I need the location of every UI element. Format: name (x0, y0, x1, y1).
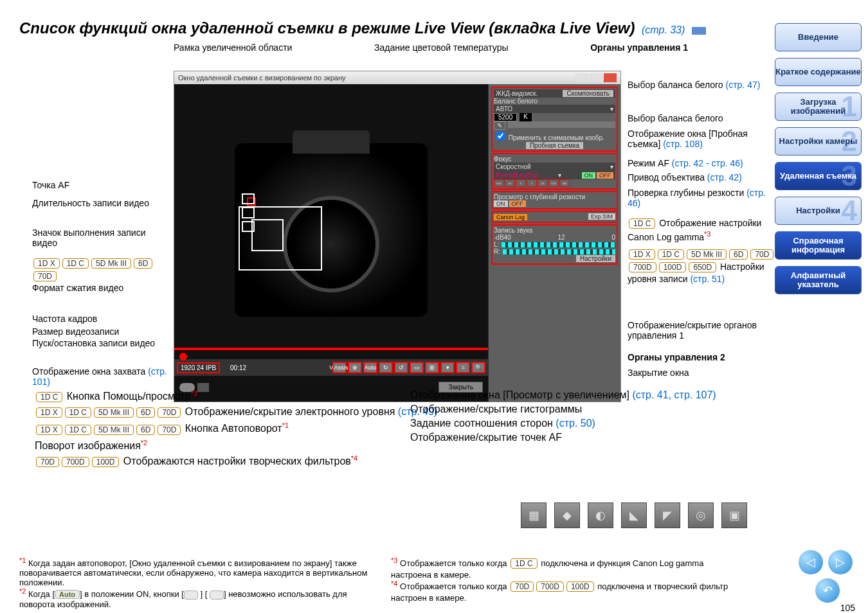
apply-label: Применить к снимаемым изобр. (509, 134, 604, 141)
db-left: -dB40 (494, 234, 511, 241)
filter-icon: ◣ (621, 502, 647, 528)
pager-prev-button[interactable]: ◁ (799, 550, 823, 574)
creative-filter-icons: ▦◆◐◣◤◎▣ (521, 502, 747, 528)
pager: ◁ ▷ (799, 550, 853, 574)
dof-title: Просмотр с глубиной резкости (494, 193, 585, 200)
callout-mid: Отображение/скрытие гистограммы (410, 404, 770, 415)
record-button[interactable] (179, 353, 187, 360)
page-title: Список функций окна удаленной съемки в р… (19, 19, 858, 37)
callout-right: Закрытие окна (628, 368, 775, 378)
sound-title: Запись звука (494, 227, 615, 234)
viewer-toolbar: V.Assist⊕Auto↻↺▭⊞▾⌗🔍 (332, 362, 485, 373)
footnote-4: Отображается только когда 70D700D100D по… (391, 582, 728, 603)
pager-return-button[interactable]: ↶ (815, 578, 840, 603)
callout-right: Выбор баланса белого (628, 113, 775, 123)
callout-left: Значок выполнения записи видео (32, 227, 171, 248)
kelvin-value[interactable]: 5200 (494, 113, 517, 121)
controls-panel-1: ЖКД-видоиск.Скомпоновать Баланс белого А… (488, 84, 620, 402)
callout-right: Привод объектива (стр. 42) (628, 172, 775, 182)
top-labels: Рамка увеличенной области Задание цветов… (174, 42, 688, 53)
af-on-off[interactable]: ONOFF (582, 172, 614, 179)
toolbar-button[interactable]: ⊞ (425, 362, 439, 373)
callout-mid: Отображение/скрытие точек AF (410, 432, 770, 443)
callout-right: Отображение окна [Пробная съемка] (стр. … (628, 129, 775, 149)
callout-right: 1D X1D C5D Mk III6D70D700D100D650D Настр… (628, 248, 775, 284)
footnotes: *1 Когда задан автоповорот, [Окно удален… (19, 556, 746, 609)
title-page-ref[interactable]: (стр. 33) (642, 24, 685, 35)
pager-next-button[interactable]: ▷ (828, 550, 853, 574)
callout-right: Выбор баланса белого (стр. 47) (628, 80, 775, 90)
compose-button[interactable]: Скомпоновать (563, 90, 613, 97)
toolbar-button[interactable]: V.Assist (332, 362, 347, 373)
timecode: 00:12 (230, 364, 246, 371)
label-enlarge-frame: Рамка увеличенной области (174, 42, 292, 53)
filter-icon: ▦ (521, 502, 547, 528)
focus-title: Фокус (494, 155, 615, 163)
toolbar-button[interactable]: ↺ (394, 362, 408, 373)
sidebar-nav: ВведениеКраткое содержаниеЗагрузка изобр… (775, 23, 862, 294)
callout-left: 1D X1D C5D Mk III6D70DФормат сжатия виде… (32, 257, 171, 293)
filter-icon: ◐ (588, 502, 613, 528)
callout-left: Размер видеозаписи (32, 326, 171, 337)
dof-on-off[interactable]: ONOFF (494, 200, 615, 207)
auto-chip-icon: Auto (55, 590, 80, 599)
toolbar-button[interactable]: ▭ (410, 362, 424, 373)
marker-enlarge-inner (251, 219, 284, 251)
canon-log-badge: Canon Log (494, 214, 527, 220)
sidebar-item[interactable]: Введение (775, 23, 862, 51)
callout-left: Частота кадров (32, 314, 171, 324)
af-manual-label[interactable]: Ручной выбор (496, 172, 538, 179)
toolbar-button[interactable]: Auto (363, 362, 377, 373)
callout-left: Отображение окна захвата (стр. 101) (32, 366, 171, 387)
window-controls[interactable] (575, 73, 617, 82)
toolbar-button[interactable]: ▾ (440, 362, 455, 373)
db-right: 0 (611, 234, 615, 241)
sidebar-item[interactable]: Настройки4 (775, 197, 862, 225)
toolbar-button[interactable]: ⌗ (456, 362, 470, 373)
callout-left: Точка AF (32, 180, 171, 190)
label-controls1: Органы управления 1 (590, 42, 688, 53)
sidebar-item[interactable]: Загрузка изображений1 (775, 93, 862, 121)
toolbar-button[interactable]: ↻ (379, 362, 393, 373)
video-info-bar: 1920 24 IPB 00:12 V.Assist⊕Auto↻↺▭⊞▾⌗🔍 (174, 359, 488, 376)
footnote-2: Когда [Auto] в положении ON, кнопки [ ] … (19, 589, 347, 609)
sidebar-item[interactable]: Справочная информация (775, 231, 862, 260)
remote-live-view-window: Окно удаленной съемки с визированием по … (174, 71, 621, 402)
toolbar-button[interactable]: ⊕ (348, 362, 362, 373)
af-mode-select[interactable]: Скоростной▾ (494, 163, 615, 171)
wb-shift-slider[interactable] (508, 121, 615, 128)
callout-right: Режим AF (стр. 42 - стр. 46) (628, 158, 775, 168)
marker-red-separator (174, 348, 488, 350)
page-number: 105 (840, 603, 855, 613)
filter-icon: ▣ (721, 502, 747, 528)
callout-right: Отображение/скрытие органов управления 1 (628, 320, 775, 341)
filter-icon: ◎ (688, 502, 714, 528)
callout-mid: Отображение окна [Просмотр с увеличением… (410, 389, 770, 401)
kelvin-k-icon: K (520, 113, 532, 121)
live-view-viewport: 1920 24 IPB 00:12 V.Assist⊕Auto↻↺▭⊞▾⌗🔍 З… (174, 84, 488, 402)
title-marker-icon (692, 27, 706, 35)
filter-icon: ◤ (655, 502, 680, 528)
rotate-left-icon (184, 591, 198, 600)
label-color-temp: Задание цветовой температуры (374, 42, 508, 53)
rotate-right-icon (210, 591, 224, 600)
wb-mode-select[interactable]: АВТО▾ (494, 105, 615, 113)
wb-title: Баланс белого (494, 98, 615, 105)
meter-r (503, 249, 615, 254)
sidebar-item[interactable]: Удаленная съемка3 (775, 162, 862, 190)
callout-left: Длительность записи видео (32, 198, 171, 208)
movie-size-badge: 1920 24 IPB (177, 362, 220, 373)
sidebar-item[interactable]: Настройки камеры2 (775, 127, 862, 155)
ch-r-label: R: (494, 248, 500, 255)
sidebar-item[interactable]: Краткое содержание (775, 58, 862, 86)
wb-shift-icon[interactable]: ✎ (494, 121, 505, 130)
ch-l-label: L: (494, 241, 499, 248)
window-title-text: Окно удаленной съемки с визированием по … (178, 74, 346, 82)
lens-drive-arrows[interactable]: ‹‹‹‹‹‹››››››∞ (494, 179, 615, 187)
sound-settings-button[interactable]: Настройки (576, 255, 615, 262)
test-shot-button[interactable]: Пробная съемка (526, 142, 583, 149)
sidebar-item[interactable]: Алфавитный указатель (775, 266, 862, 294)
callout-left: Пуск/остановка записи видео (32, 338, 171, 348)
apply-to-shot-check[interactable] (496, 132, 505, 140)
toolbar-button[interactable]: 🔍 (471, 362, 485, 373)
